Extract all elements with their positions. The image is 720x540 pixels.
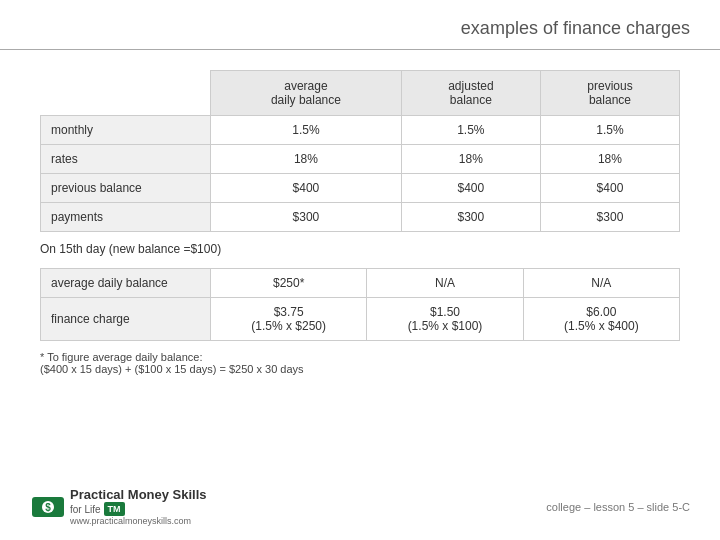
logo-badge: TM (104, 502, 125, 516)
svg-text:$: $ (45, 502, 51, 513)
row-label-rates: rates (41, 145, 211, 174)
cell-rates-ab: 18% (401, 145, 540, 174)
logo-sub-text: for Life (70, 504, 101, 515)
mid-note: On 15th day (new balance =$100) (40, 242, 680, 256)
cell-payments-adb: $300 (211, 203, 402, 232)
cell-fincharge-col2: $1.50 (1.5% x $100) (367, 298, 523, 341)
col-header-pb: previousbalance (540, 71, 679, 116)
cell-monthly-pb: 1.5% (540, 116, 679, 145)
row-label-fincharge: finance charge (41, 298, 211, 341)
cell-adb-col1: $250* (211, 269, 367, 298)
cell-fincharge-col1: $3.75 (1.5% x $250) (211, 298, 367, 341)
logo-area: $ Practical Money Skills for Life TM www… (30, 487, 207, 526)
row-label-monthly: monthly (41, 116, 211, 145)
cell-monthly-adb: 1.5% (211, 116, 402, 145)
main-content: averagedaily balance adjustedbalance pre… (0, 60, 720, 385)
footer: $ Practical Money Skills for Life TM www… (0, 487, 720, 526)
cell-payments-pb: $300 (540, 203, 679, 232)
second-table: average daily balance $250* N/A N/A fina… (40, 268, 680, 341)
row-label-payments: payments (41, 203, 211, 232)
page-title: examples of finance charges (0, 0, 720, 50)
logo-icon: $ (30, 489, 66, 525)
table-row: finance charge $3.75 (1.5% x $250) $1.50… (41, 298, 680, 341)
logo-box: $ Practical Money Skills for Life TM www… (30, 487, 207, 526)
cell-prevbalance-pb: $400 (540, 174, 679, 203)
cell-adb-col2: N/A (367, 269, 523, 298)
cell-rates-adb: 18% (211, 145, 402, 174)
col-header-ab: adjustedbalance (401, 71, 540, 116)
row-label-adb: average daily balance (41, 269, 211, 298)
cell-prevbalance-ab: $400 (401, 174, 540, 203)
cell-rates-pb: 18% (540, 145, 679, 174)
footer-slide: college – lesson 5 – slide 5-C (546, 501, 690, 513)
table-row: monthly 1.5% 1.5% 1.5% (41, 116, 680, 145)
cell-payments-ab: $300 (401, 203, 540, 232)
table-row: rates 18% 18% 18% (41, 145, 680, 174)
cell-monthly-ab: 1.5% (401, 116, 540, 145)
footer-url: www.practicalmoneyskills.com (70, 516, 207, 526)
table-row: average daily balance $250* N/A N/A (41, 269, 680, 298)
table-row: payments $300 $300 $300 (41, 203, 680, 232)
main-table: averagedaily balance adjustedbalance pre… (40, 70, 680, 232)
bottom-note: * To figure average daily balance: ($400… (40, 351, 680, 375)
logo-main-text: Practical Money Skills (70, 487, 207, 502)
cell-fincharge-col3: $6.00 (1.5% x $400) (523, 298, 679, 341)
row-label-prevbalance: previous balance (41, 174, 211, 203)
cell-adb-col3: N/A (523, 269, 679, 298)
table-row: previous balance $400 $400 $400 (41, 174, 680, 203)
logo-text: Practical Money Skills for Life TM www.p… (70, 487, 207, 526)
col-header-adb: averagedaily balance (211, 71, 402, 116)
cell-prevbalance-adb: $400 (211, 174, 402, 203)
